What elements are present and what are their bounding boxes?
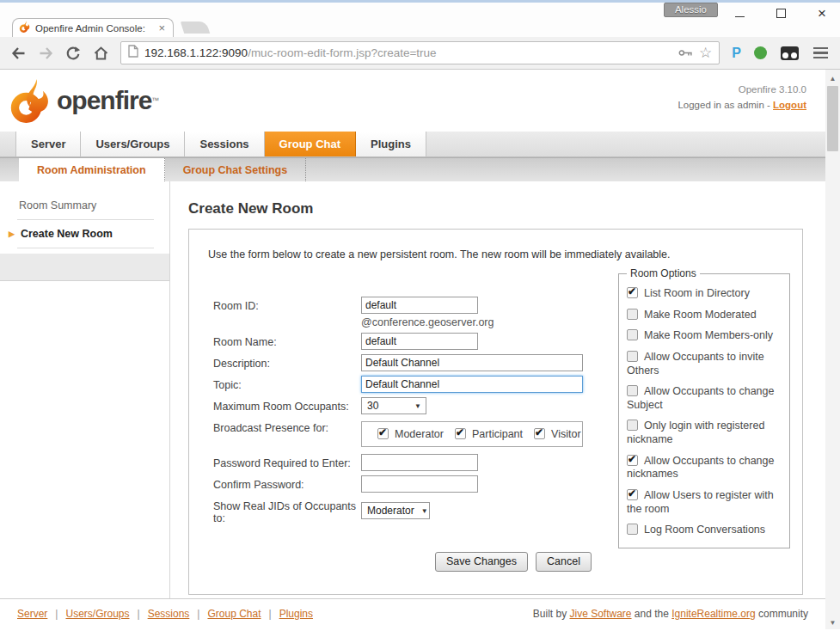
sidebar-active-arrow-icon: ▶ [9,230,15,238]
extension-p-icon[interactable]: P [728,46,745,61]
logout-link[interactable]: Logout [773,100,806,110]
checkbox[interactable] [627,455,638,466]
logo-trademark: ™ [151,96,159,105]
logo-text: openfire [57,86,151,115]
sidebar-item-room-summary[interactable]: Room Summary [0,192,169,219]
room-name-input[interactable] [361,333,478,350]
tab-server[interactable]: Server [15,132,81,156]
url-host: 192.168.1.122:9090 [144,46,248,59]
room-options-legend: Room Options [627,267,700,279]
tab-close-icon[interactable]: × [156,22,167,34]
key-icon[interactable] [678,46,693,61]
option-allow-users-register[interactable]: Allow Users to register with the room [627,489,782,516]
broadcast-participant[interactable]: Participant [455,428,523,440]
minimize-button[interactable] [730,5,749,21]
room-id-input[interactable] [361,297,478,314]
back-icon[interactable] [7,42,29,64]
option-make-room-members-only[interactable]: Make Room Members-only [627,329,782,343]
topic-input[interactable] [361,376,583,393]
url-text: 192.168.1.122:9090/muc-room-edit-form.js… [144,46,672,59]
extension-binoculars-icon[interactable] [781,46,799,60]
room-id-suffix: @conference.geoserver.org [361,316,494,328]
show-jids-select[interactable]: Moderator ▼ [361,502,430,519]
footer-link-server[interactable]: Server [17,608,47,620]
page-title: Create New Room [188,200,825,217]
option-allow-invite-others[interactable]: Allow Occupants to invite Others [627,351,782,377]
openfire-header: openfire™ Openfire 3.10.0 Logged in as a… [0,70,825,132]
description-input[interactable] [361,354,583,371]
option-only-registered-nickname[interactable]: Only login with registered nickname [627,420,782,446]
browser-titlebar: Openfire Admin Console: × Alessio × [0,0,840,37]
option-make-room-moderated[interactable]: Make Room Moderated [627,309,782,322]
tab-group-chat[interactable]: Group Chat [265,132,357,156]
checkbox[interactable] [455,428,466,439]
room-options-fieldset: Room Options List Room in Directory Make… [618,267,790,548]
tab-sessions[interactable]: Sessions [185,132,264,156]
profile-badge[interactable]: Alessio [664,3,718,17]
password-input[interactable] [361,454,478,471]
save-changes-button[interactable]: Save Changes [435,552,528,572]
sidebar: Room Summary ▶ Create New Room [0,181,169,598]
footer-link-group-chat[interactable]: Group Chat [207,608,261,620]
browser-tab[interactable]: Openfire Admin Console: × [12,18,174,37]
tab-plugins[interactable]: Plugins [356,132,426,156]
checkbox[interactable] [627,385,638,396]
checkbox[interactable] [627,420,638,431]
scroll-up-icon[interactable]: ▲ [825,71,840,85]
broadcast-moderator[interactable]: Moderator [377,428,444,440]
sub-nav: Room Administration Group Chat Settings [0,157,825,181]
footer-link-plugins[interactable]: Plugins [279,608,313,620]
extension-chat-bubble-icon[interactable] [754,46,767,59]
checkbox[interactable] [627,287,638,298]
chrome-menu-icon[interactable] [813,47,828,59]
option-log-room-conversations[interactable]: Log Room Conversations [627,524,782,537]
home-icon[interactable] [89,42,112,64]
tab-title: Openfire Admin Console: [35,23,152,34]
option-allow-change-subject[interactable]: Allow Occupants to change Subject [627,385,782,412]
checkbox[interactable] [377,428,389,439]
sidebar-item-create-new-room[interactable]: ▶ Create New Room [0,220,169,248]
url-bar[interactable]: 192.168.1.122:9090/muc-room-edit-form.js… [120,41,720,64]
show-jids-label: Show Real JIDs of Occupants to: [213,497,361,524]
chevron-down-icon: ▼ [414,402,421,410]
max-occupants-select[interactable]: 30 ▼ [361,397,426,414]
broadcast-visitor[interactable]: Visitor [534,428,581,440]
window-close-button[interactable]: × [812,5,831,21]
openfire-favicon-icon [19,21,31,36]
forward-icon[interactable] [34,42,57,64]
checkbox[interactable] [534,428,545,439]
confirm-password-input[interactable] [361,475,478,493]
jive-software-link[interactable]: Jive Software [569,608,631,620]
checkbox[interactable] [627,489,638,500]
footer-credit: Built by Jive Software and the IgniteRea… [533,608,808,620]
sidebar-divider [17,248,154,248]
subtab-room-administration[interactable]: Room Administration [19,158,165,181]
tab-users-groups[interactable]: Users/Groups [81,132,185,156]
new-tab-button[interactable] [181,21,211,34]
openfire-logo: openfire™ [9,77,159,125]
footer-link-sessions[interactable]: Sessions [148,608,190,620]
checkbox[interactable] [627,309,638,320]
password-label: Password Required to Enter: [213,454,361,469]
scroll-down-icon[interactable]: ▼ [825,616,840,629]
checkbox[interactable] [627,524,638,535]
bookmark-star-icon[interactable]: ☆ [699,46,712,60]
broadcast-label: Broadcast Presence for: [213,419,361,434]
form-intro-text: Use the form below to create a new persi… [208,248,783,260]
footer-link-users-groups[interactable]: Users/Groups [65,608,129,620]
option-allow-change-nicknames[interactable]: Allow Occupants to change nicknames [627,455,782,481]
page-scrollbar[interactable]: ▲ ▼ [825,70,840,629]
maximize-button[interactable] [771,5,790,21]
scrollbar-thumb[interactable] [827,86,838,151]
room-name-label: Room Name: [213,333,361,348]
refresh-icon[interactable] [62,42,84,64]
checkbox[interactable] [627,351,638,362]
cancel-button[interactable]: Cancel [536,552,592,572]
logged-in-text: Logged in as admin - [678,100,769,110]
subtab-group-chat-settings[interactable]: Group Chat Settings [165,158,307,181]
checkbox[interactable] [627,329,638,340]
footer-nav-links: Server Users/Groups Sessions Group Chat … [17,608,313,620]
ignite-realtime-link[interactable]: IgniteRealtime.org [671,608,755,620]
footer: Server Users/Groups Sessions Group Chat … [0,598,825,631]
option-list-room-in-directory[interactable]: List Room in Directory [627,287,782,301]
